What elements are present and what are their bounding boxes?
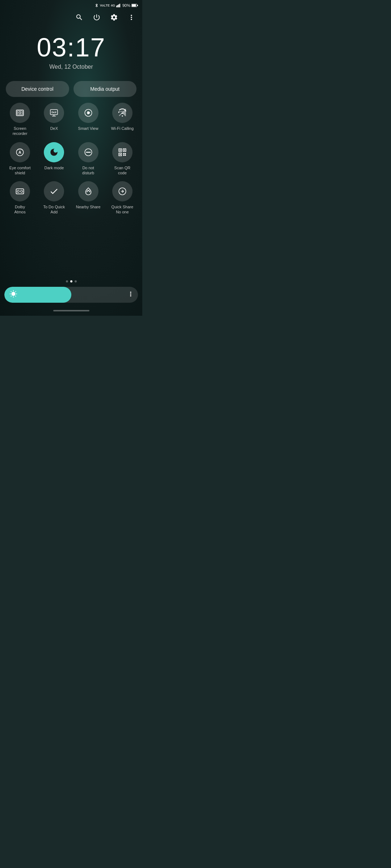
battery-indicator: 90% [122,3,130,8]
dnd-icon-wrap [78,142,98,162]
scan-qr-icon-wrap [112,142,133,162]
top-controls [0,9,142,25]
clock-date: Wed, 12 October [49,64,93,70]
page-dot-1[interactable] [66,280,68,282]
qs-dex[interactable]: DeX DeX [38,103,70,136]
dolby-atmos-icon-wrap [10,181,30,201]
qs-nearby-share[interactable]: Nearby Share [73,181,104,215]
qs-screen-recorder[interactable]: Screenrecorder [4,103,35,136]
svg-rect-23 [119,149,121,150]
wifi-calling-icon-wrap [112,103,133,123]
quick-share-icon-wrap [112,181,133,201]
dex-label: DeX [50,126,58,131]
dark-mode-label: Dark mode [44,165,64,170]
clock-time: 03:17 [37,33,105,62]
qs-dolby-atmos[interactable]: DolbyAtmos [4,181,35,215]
svg-rect-2 [118,4,119,7]
nearby-share-label: Nearby Share [76,204,101,209]
svg-rect-1 [117,5,118,7]
qs-row-2: A Eye comfortshield Dark mode Do notdist… [4,142,138,176]
quick-buttons: Device control Media output [0,81,142,103]
svg-rect-3 [119,4,120,7]
svg-text:A: A [18,150,21,154]
eye-comfort-label: Eye comfortshield [9,165,31,176]
brightness-menu-button[interactable] [127,290,134,299]
status-bar: VoLTE 4G 90% [0,0,142,9]
smart-view-label: Smart View [78,126,98,131]
todo-icon-wrap [44,181,64,201]
svg-rect-27 [119,154,121,155]
volte-indicator: VoLTE [100,4,110,7]
screen-recorder-label: Screenrecorder [13,126,28,136]
svg-rect-6 [132,4,136,7]
svg-rect-30 [123,154,124,156]
svg-point-17 [122,115,123,116]
power-button[interactable] [92,12,102,22]
brightness-bar[interactable] [4,287,138,303]
scan-qr-label: Scan QRcode [114,165,131,176]
qs-row-1: Screenrecorder DeX DeX Smart View [4,103,138,136]
wifi-calling-label: Wi-Fi Calling [111,126,134,131]
dolby-atmos-label: DolbyAtmos [14,204,26,215]
svg-point-34 [21,190,23,192]
page-dot-2[interactable] [70,280,72,282]
nav-bar [0,307,142,316]
qs-row-3: DolbyAtmos To Do QuickAdd Nearby Share [4,181,138,215]
svg-rect-31 [125,154,126,156]
page-dot-3[interactable] [75,280,77,282]
quick-settings: Screenrecorder DeX DeX Smart View [0,103,142,277]
qs-eye-comfort[interactable]: A Eye comfortshield [4,142,35,176]
qs-smart-view[interactable]: Smart View [73,103,104,136]
brightness-icon [9,290,17,300]
qs-wifi-calling[interactable]: Wi-Fi Calling [107,103,138,136]
smart-view-icon-wrap [78,103,98,123]
qs-quick-share[interactable]: Quick ShareNo one [107,181,138,215]
svg-rect-5 [137,5,138,6]
svg-rect-29 [125,153,126,154]
clock-section: 03:17 Wed, 12 October [0,25,142,81]
dnd-label: Do notdisturb [82,165,94,176]
nearby-share-icon-wrap [78,181,98,201]
dark-mode-icon-wrap [44,142,64,162]
svg-point-33 [17,190,20,192]
screen-recorder-icon-wrap [10,103,30,123]
svg-rect-0 [116,6,117,8]
search-button[interactable] [74,12,84,22]
network-indicator: 4G [111,4,115,7]
eye-comfort-icon-wrap: A [10,142,30,162]
todo-label: To Do QuickAdd [43,204,65,215]
settings-button[interactable] [109,12,119,22]
qs-dark-mode[interactable]: Dark mode [38,142,70,176]
svg-text:DeX: DeX [52,111,57,114]
qs-todo-quick-add[interactable]: To Do QuickAdd [38,181,70,215]
quick-share-label: Quick ShareNo one [112,204,134,215]
svg-rect-28 [123,153,124,154]
nav-handle[interactable] [53,310,89,311]
device-control-button[interactable]: Device control [6,81,69,97]
qs-do-not-disturb[interactable]: Do notdisturb [73,142,104,176]
qs-scan-qr[interactable]: Scan QRcode [107,142,138,176]
media-output-button[interactable]: Media output [73,81,137,97]
more-button[interactable] [126,12,136,22]
dex-icon-wrap: DeX [44,103,64,123]
page-dots [0,277,142,287]
svg-rect-25 [124,149,125,150]
